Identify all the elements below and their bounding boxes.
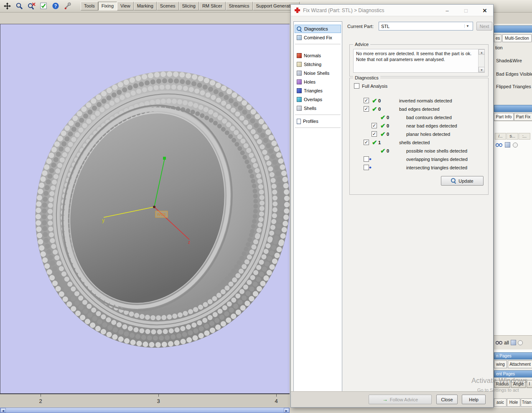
full-analysis-checkbox[interactable] bbox=[354, 83, 359, 89]
nav-label: Noise Shells bbox=[304, 71, 329, 76]
diagnostics-group-title: Diagnostics bbox=[353, 75, 380, 80]
scroll-down-icon[interactable]: ▼ bbox=[479, 67, 485, 72]
diagnostic-checkbox[interactable]: ✓ bbox=[372, 123, 377, 128]
diagnostic-row: ✓✔1shells detected bbox=[350, 138, 488, 147]
tab-basic-cut[interactable]: asic bbox=[494, 398, 507, 407]
angle-button[interactable]: Angle bbox=[511, 380, 526, 388]
diagnostics-group: Diagnostics Full Analysis ✓✔0inverted no… bbox=[349, 78, 489, 195]
help-icon[interactable]: ? bbox=[51, 1, 61, 11]
diagnostic-label: intersecting triangles detected bbox=[406, 163, 467, 172]
nav-item-triangles[interactable]: Triangles bbox=[295, 87, 341, 95]
diagnostic-checkbox[interactable] bbox=[364, 156, 369, 162]
right-side-panel: es Multi-Section tion Shade&Wire Bad Edg… bbox=[494, 24, 532, 408]
check-icon: ✔ bbox=[380, 122, 386, 130]
follow-advice-button[interactable]: → Follow Advice bbox=[369, 395, 432, 404]
diagnostic-label: inverted normals detected bbox=[399, 97, 452, 105]
view-option-flipped-triangles[interactable]: Flipped Triangles W bbox=[496, 84, 532, 89]
diagnostic-checkbox[interactable]: ✓ bbox=[372, 131, 377, 137]
nav-item-normals[interactable]: Normals bbox=[295, 51, 341, 60]
tab-drawing-cut[interactable]: wing bbox=[494, 360, 507, 368]
zoom-icon[interactable] bbox=[14, 1, 24, 11]
tab-multi-section[interactable]: Multi-Section bbox=[502, 34, 532, 42]
diagnostic-row: ✓✔0bad edges detected bbox=[350, 105, 488, 113]
nav-item-profiles[interactable]: Profiles bbox=[295, 117, 341, 125]
profiles-document-icon bbox=[297, 119, 301, 124]
advice-group-title: Advice bbox=[353, 42, 370, 47]
diagnostic-row: •intersecting triangles detected bbox=[350, 163, 488, 172]
info-button-cut[interactable]: I bbox=[527, 380, 532, 388]
grid-icon[interactable] bbox=[511, 340, 516, 345]
tab-part-info[interactable]: Part Info bbox=[494, 113, 514, 121]
fix-wizard-nav: Diagnostics Combined Fix Normals Stitchi… bbox=[293, 21, 342, 394]
close-window-button[interactable]: ✕ bbox=[479, 7, 491, 15]
diagnostic-count: 0 bbox=[387, 122, 389, 130]
nav-item-stitching[interactable]: Stitching bbox=[295, 60, 341, 69]
column-header[interactable]: /... bbox=[495, 133, 506, 140]
horizontal-scrollbar[interactable]: ◀ ▶ bbox=[0, 408, 290, 413]
select-all-button[interactable]: all bbox=[504, 340, 509, 346]
verify-icon[interactable] bbox=[38, 1, 48, 11]
scroll-left-icon[interactable]: ◀ bbox=[0, 408, 6, 413]
check-icon: ✔ bbox=[372, 97, 377, 105]
tab-slicing[interactable]: Slicing bbox=[179, 2, 199, 10]
tool-icon[interactable] bbox=[63, 1, 73, 11]
nav-item-overlaps[interactable]: Overlaps bbox=[295, 95, 341, 104]
fix-wizard-icon bbox=[295, 8, 300, 13]
tab-part-fix[interactable]: Part Fix bbox=[514, 113, 532, 121]
divider bbox=[295, 115, 341, 115]
tab-view[interactable]: View bbox=[117, 2, 134, 10]
viewport-3d[interactable]: y z WCS bbox=[0, 24, 290, 393]
update-button[interactable]: Update bbox=[441, 176, 484, 186]
tab-scenes[interactable]: Scenes bbox=[157, 2, 179, 10]
help-button[interactable]: Help bbox=[462, 395, 486, 404]
panel-header-bar bbox=[494, 25, 532, 33]
tab-triangle-cut[interactable]: Trian bbox=[521, 398, 532, 407]
nav-item-combined-fix[interactable]: Combined Fix bbox=[295, 33, 341, 42]
tab-rm-slicer[interactable]: RM Slicer bbox=[199, 2, 226, 10]
diagnostic-count: 0 bbox=[387, 147, 389, 155]
glasses-icon[interactable] bbox=[496, 341, 502, 345]
close-button[interactable]: Close bbox=[436, 395, 458, 404]
move-icon[interactable] bbox=[2, 1, 12, 11]
update-button-label: Update bbox=[458, 178, 473, 184]
nav-item-holes[interactable]: Holes bbox=[295, 78, 341, 86]
tab-streamics[interactable]: Streamics bbox=[226, 2, 253, 10]
circle-icon[interactable] bbox=[513, 143, 518, 148]
minimize-button[interactable]: – bbox=[441, 7, 453, 15]
nav-item-noise-shells[interactable]: Noise Shells bbox=[295, 69, 341, 77]
tab-hole[interactable]: Hole bbox=[507, 398, 520, 407]
view-option-shade-wire[interactable]: Shade&Wire bbox=[496, 58, 522, 63]
diagnostic-checkbox[interactable]: ✓ bbox=[364, 140, 369, 145]
glasses-icon[interactable] bbox=[496, 143, 502, 147]
tab-fixing[interactable]: Fixing bbox=[98, 2, 117, 10]
right-tab-cut[interactable]: es bbox=[494, 34, 501, 42]
diagnostic-checkbox[interactable] bbox=[364, 165, 369, 170]
maximize-button[interactable]: □ bbox=[460, 7, 472, 15]
pie-icon[interactable] bbox=[518, 340, 523, 345]
nav-item-diagnostics[interactable]: Diagnostics bbox=[295, 25, 341, 33]
current-part-dropdown[interactable]: STL ▼ bbox=[379, 22, 473, 31]
radius-button[interactable]: Radius bbox=[494, 380, 510, 388]
tab-marking[interactable]: Marking bbox=[134, 2, 157, 10]
column-header[interactable]: S... bbox=[507, 133, 518, 140]
next-button[interactable]: Next bbox=[476, 22, 492, 31]
check-icon: ✔ bbox=[380, 147, 386, 155]
ruler-tick-label: 2 bbox=[39, 398, 42, 404]
diagnostic-checkbox[interactable]: ✓ bbox=[364, 98, 369, 103]
scroll-up-icon[interactable]: ▲ bbox=[479, 49, 485, 55]
scroll-right-icon[interactable]: ▶ bbox=[284, 408, 289, 413]
advice-scrollbar[interactable]: ▲ ▼ bbox=[478, 49, 484, 72]
column-header[interactable]: :... bbox=[519, 133, 530, 140]
tab-tools[interactable]: Tools bbox=[81, 2, 98, 10]
panel-header-bar bbox=[494, 105, 532, 112]
diagnostic-row: ✔0bad contours detected bbox=[350, 113, 488, 122]
view-option-bad-edges[interactable]: Bad Edges Visible bbox=[496, 71, 532, 76]
diagnostic-checkbox[interactable]: ✓ bbox=[364, 106, 369, 112]
z-axis-handle bbox=[163, 157, 166, 160]
nav-item-shells[interactable]: Shells bbox=[295, 104, 341, 112]
layers-icon[interactable] bbox=[505, 142, 510, 148]
diagnostic-label: near bad edges detected bbox=[406, 122, 457, 130]
zoom-remove-icon[interactable] bbox=[26, 1, 36, 11]
fix-wizard-dialog: Fix Wizard (Part: STL) > Diagnostics – □… bbox=[290, 4, 494, 408]
tab-attachment-cut[interactable]: Attachment bbox=[508, 360, 532, 368]
